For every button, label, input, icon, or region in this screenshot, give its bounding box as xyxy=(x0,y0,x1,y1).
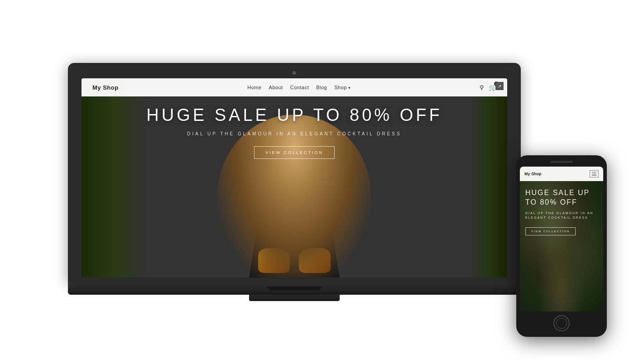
nav-link-shop[interactable]: Shop xyxy=(334,85,351,90)
laptop-notch xyxy=(267,287,322,290)
website-nav: My Shop Home About Contact Blog Shop ⚲ 🛒 xyxy=(82,78,507,96)
nav-link-blog[interactable]: Blog xyxy=(316,85,327,90)
website-logo: My Shop xyxy=(92,84,119,91)
hamburger-line-2 xyxy=(592,174,596,174)
laptop-device: My Shop Home About Contact Blog Shop ⚲ 🛒 xyxy=(68,63,521,301)
mobile-screen: My Shop HUGE SALE UP TO 80% OFF DIAL UP … xyxy=(520,167,603,311)
mobile-home-button[interactable] xyxy=(553,315,570,331)
nav-link-contact[interactable]: Contact xyxy=(290,85,309,90)
mobile-home-inner xyxy=(556,318,567,329)
nav-links: Home About Contact Blog Shop xyxy=(247,85,351,90)
mobile-hero-content: HUGE SALE UP TO 80% OFF DIAL UP THE GLAM… xyxy=(520,181,603,243)
laptop-camera xyxy=(293,71,296,75)
nav-icons: ⚲ 🛒 0 xyxy=(480,84,496,91)
mobile-device: My Shop HUGE SALE UP TO 80% OFF DIAL UP … xyxy=(516,155,607,337)
hero-subtext: DIAL UP THE GLAMOUR IN AN ELEGANT COCKTA… xyxy=(187,131,401,136)
search-icon[interactable]: ⚲ xyxy=(480,84,484,91)
laptop-body: My Shop Home About Contact Blog Shop ⚲ 🛒 xyxy=(68,63,521,282)
hamburger-line-3 xyxy=(592,175,596,176)
website-preview: My Shop Home About Contact Blog Shop ⚲ 🛒 xyxy=(82,78,507,278)
nav-link-about[interactable]: About xyxy=(269,85,283,90)
hero-content: HUGE SALE UP TO 80% OFF DIAL UP THE GLAM… xyxy=(82,96,507,168)
laptop-base xyxy=(68,282,521,295)
mobile-body: My Shop HUGE SALE UP TO 80% OFF DIAL UP … xyxy=(516,155,607,337)
mobile-hero-subtext: DIAL UP THE GLAMOUR IN AN ELEGANT COCKTA… xyxy=(525,211,598,220)
mobile-view-collection-button[interactable]: VIEW COLLECTION xyxy=(525,227,576,235)
mobile-hero-headline: HUGE SALE UP TO 80% OFF xyxy=(525,188,598,207)
scene: My Shop Home About Contact Blog Shop ⚲ 🛒 xyxy=(0,0,634,364)
nav-link-home[interactable]: Home xyxy=(247,85,261,90)
hamburger-line-1 xyxy=(592,172,596,172)
laptop-screen: My Shop Home About Contact Blog Shop ⚲ 🛒 xyxy=(82,78,507,278)
mobile-nav: My Shop xyxy=(520,167,603,181)
view-collection-button[interactable]: VIEW COLLECTION xyxy=(254,146,335,159)
mobile-speaker xyxy=(550,161,573,163)
hero-headline: HUGE SALE UP TO 80% OFF xyxy=(146,105,442,125)
laptop-stand xyxy=(249,295,340,301)
mobile-logo: My Shop xyxy=(524,172,542,176)
mobile-website-preview: My Shop HUGE SALE UP TO 80% OFF DIAL UP … xyxy=(520,167,603,311)
hamburger-menu-button[interactable] xyxy=(590,170,599,177)
corner-expand-icon[interactable] xyxy=(495,82,504,90)
